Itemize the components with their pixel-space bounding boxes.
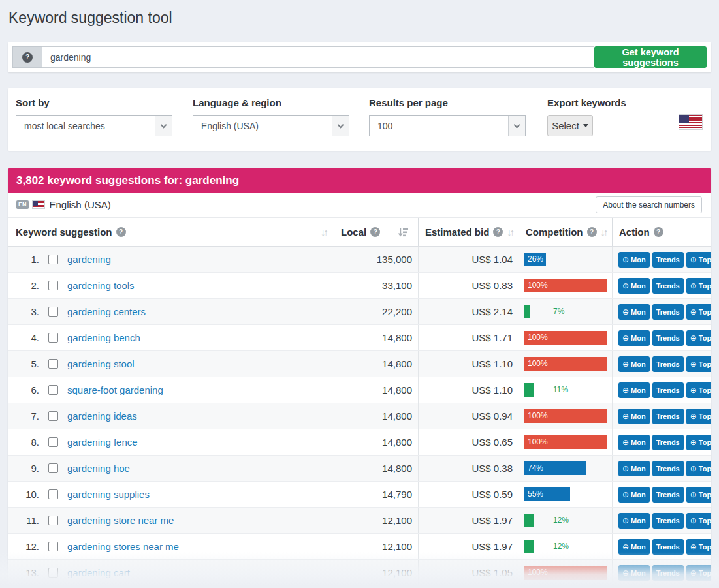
keyword-checkbox[interactable] [48, 489, 58, 499]
about-search-numbers-button[interactable]: About the search numbers [596, 196, 702, 213]
add-monitoring-button[interactable]: ⊕ Mon [618, 409, 650, 424]
keyword-checkbox[interactable] [48, 359, 58, 369]
sort-icon[interactable]: ↓↑ [601, 226, 609, 238]
keyword-checkbox[interactable] [48, 463, 58, 473]
top10-button-label: Top 10 [699, 439, 711, 446]
add-top10-button[interactable]: ⊕ Top 10 [686, 487, 711, 503]
estimated-bid-value: US$ 0.65 [471, 437, 513, 448]
keyword-checkbox[interactable] [48, 281, 58, 290]
add-monitoring-button[interactable]: ⊕ Mon [618, 513, 650, 529]
search-help-addon[interactable]: ? [12, 46, 42, 68]
keyword-checkbox[interactable] [48, 568, 58, 578]
add-monitoring-button[interactable]: ⊕ Mon [618, 565, 650, 581]
keyword-link[interactable]: gardening cart [67, 567, 130, 578]
keyword-search-input[interactable] [42, 46, 594, 68]
add-monitoring-button[interactable]: ⊕ Mon [618, 461, 650, 476]
help-icon[interactable]: ? [370, 227, 380, 237]
keyword-checkbox[interactable] [48, 255, 58, 264]
export-select-button[interactable]: Select [547, 115, 593, 136]
add-top10-button[interactable]: ⊕ Top 10 [686, 304, 711, 320]
header-keyword-suggestion[interactable]: Keyword suggestion ? ↓↑ [8, 218, 334, 246]
keyword-checkbox[interactable] [48, 307, 58, 317]
keyword-link[interactable]: gardening hoe [67, 463, 130, 474]
trends-button-label: Trends [656, 465, 680, 472]
add-monitoring-button[interactable]: ⊕ Mon [618, 487, 650, 503]
sort-by-select[interactable]: most local searches [16, 115, 172, 136]
add-top10-button[interactable]: ⊕ Top 10 [686, 252, 711, 268]
keyword-link[interactable]: gardening supplies [67, 489, 150, 500]
keyword-link[interactable]: gardening stores near me [67, 541, 179, 552]
add-monitoring-button[interactable]: ⊕ Mon [618, 435, 650, 450]
keyword-link[interactable]: gardening [67, 254, 111, 265]
keyword-link[interactable]: gardening fence [67, 437, 138, 448]
keyword-checkbox[interactable] [48, 542, 58, 551]
sort-icon[interactable]: ↓↑ [321, 226, 328, 238]
add-monitoring-button[interactable]: ⊕ Mon [618, 539, 650, 555]
keyword-checkbox[interactable] [48, 516, 58, 525]
keyword-link[interactable]: gardening centers [67, 306, 146, 317]
keyword-link[interactable]: gardening bench [67, 332, 140, 343]
add-top10-button[interactable]: ⊕ Top 10 [686, 409, 711, 424]
add-top10-button[interactable]: ⊕ Top 10 [686, 539, 711, 555]
keyword-checkbox[interactable] [48, 333, 58, 343]
trends-button[interactable]: Trends [652, 409, 684, 424]
language-region-select[interactable]: English (USA) [193, 115, 349, 136]
trends-button[interactable]: Trends [652, 435, 684, 450]
add-top10-button[interactable]: ⊕ Top 10 [686, 330, 711, 346]
help-icon[interactable]: ? [116, 227, 126, 237]
header-competition[interactable]: Competition ? ↓↑ [519, 218, 612, 246]
trends-button[interactable]: Trends [652, 304, 684, 320]
add-top10-button[interactable]: ⊕ Top 10 [686, 356, 711, 372]
keyword-checkbox[interactable] [48, 411, 58, 421]
estimated-bid-value: US$ 2.14 [471, 306, 513, 317]
help-icon[interactable]: ? [654, 227, 663, 237]
add-top10-button[interactable]: ⊕ Top 10 [686, 461, 711, 476]
row-number: 5. [16, 358, 39, 369]
keyword-link[interactable]: square-foot gardening [67, 384, 163, 395]
sort-icon[interactable]: ↓↑ [507, 226, 515, 238]
trends-button[interactable]: Trends [652, 539, 684, 555]
export-select-label: Select [552, 120, 579, 131]
keyword-link[interactable]: gardening store near me [67, 515, 174, 526]
keyword-link[interactable]: gardening tools [67, 280, 135, 291]
sort-descending-icon[interactable] [398, 227, 409, 238]
local-searches-value: 135,000 [377, 254, 412, 265]
add-top10-button[interactable]: ⊕ Top 10 [686, 435, 711, 450]
language-name: English (USA) [50, 199, 111, 210]
keyword-link[interactable]: gardening ideas [67, 410, 137, 422]
add-top10-button[interactable]: ⊕ Top 10 [686, 565, 711, 581]
header-estimated-bid[interactable]: Estimated bid ? ↓↑ [418, 218, 519, 246]
add-monitoring-button[interactable]: ⊕ Mon [618, 356, 650, 372]
trends-button[interactable]: Trends [652, 252, 684, 268]
trends-button[interactable]: Trends [652, 278, 684, 294]
add-top10-button[interactable]: ⊕ Top 10 [686, 278, 711, 294]
monitoring-button-label: Mon [631, 256, 646, 264]
header-local[interactable]: Local ? [334, 218, 418, 246]
add-monitoring-button[interactable]: ⊕ Mon [618, 252, 650, 268]
plus-circle-icon: ⊕ [690, 360, 697, 369]
add-monitoring-button[interactable]: ⊕ Mon [618, 278, 650, 294]
results-per-page-select[interactable]: 100 [369, 115, 526, 136]
add-top10-button[interactable]: ⊕ Top 10 [686, 382, 711, 398]
trends-button[interactable]: Trends [652, 487, 684, 503]
estimated-bid-value: US$ 0.94 [471, 410, 513, 422]
keyword-checkbox[interactable] [48, 385, 58, 395]
add-monitoring-button[interactable]: ⊕ Mon [618, 330, 650, 346]
help-icon[interactable]: ? [493, 227, 503, 237]
trends-button[interactable]: Trends [652, 565, 684, 581]
competition-bar [524, 514, 534, 527]
keyword-checkbox[interactable] [48, 437, 58, 447]
get-suggestions-button[interactable]: Get keyword suggestions [594, 46, 707, 68]
trends-button[interactable]: Trends [652, 382, 684, 398]
add-top10-button[interactable]: ⊕ Top 10 [686, 513, 711, 529]
trends-button[interactable]: Trends [652, 513, 684, 529]
add-monitoring-button[interactable]: ⊕ Mon [618, 382, 650, 398]
trends-button[interactable]: Trends [652, 356, 684, 372]
competition-bar-track: 74% [524, 461, 607, 475]
help-icon[interactable]: ? [587, 227, 597, 237]
trends-button[interactable]: Trends [652, 461, 684, 476]
keyword-link[interactable]: gardening stool [67, 358, 135, 369]
monitoring-button-label: Mon [631, 308, 646, 316]
add-monitoring-button[interactable]: ⊕ Mon [618, 304, 650, 320]
trends-button[interactable]: Trends [652, 330, 684, 346]
